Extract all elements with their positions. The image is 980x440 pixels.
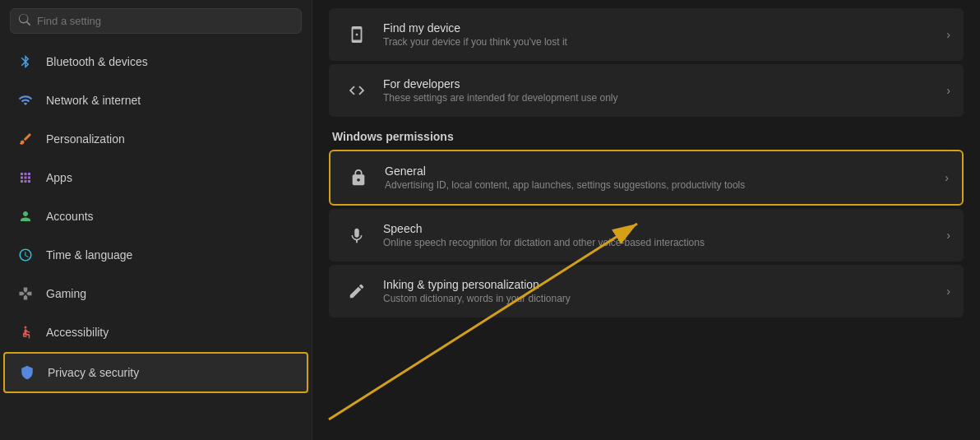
sidebar-item-bluetooth[interactable]: Bluetooth & devices xyxy=(3,43,308,81)
inking-icon xyxy=(342,276,372,306)
speech-desc: Online speech recognition for dictation … xyxy=(383,237,940,248)
sidebar-item-accounts[interactable]: Accounts xyxy=(3,197,308,235)
inking-item[interactable]: Inking & typing personalization Custom d… xyxy=(329,265,964,317)
general-desc: Advertising ID, local content, app launc… xyxy=(385,179,938,191)
speech-item[interactable]: Speech Online speech recognition for dic… xyxy=(329,209,964,262)
sidebar-item-network[interactable]: Network & internet xyxy=(3,81,308,119)
main-content-wrapper: Find my device Track your device if you … xyxy=(312,0,980,440)
person-icon xyxy=(16,207,35,225)
sidebar-item-label: Apps xyxy=(46,171,72,184)
apps-icon xyxy=(16,169,35,187)
find-device-item[interactable]: Find my device Track your device if you … xyxy=(329,8,964,61)
chevron-right-icon: › xyxy=(946,84,950,97)
search-box[interactable] xyxy=(10,8,302,34)
developers-item[interactable]: For developers These settings are intend… xyxy=(329,64,964,117)
network-icon xyxy=(16,91,35,109)
sidebar-item-label: Bluetooth & devices xyxy=(46,55,148,68)
sidebar-item-time[interactable]: Time & language xyxy=(3,236,308,274)
sidebar-item-label: Personalization xyxy=(46,132,125,146)
sidebar-item-gaming[interactable]: Gaming xyxy=(3,275,308,313)
chevron-right-icon: › xyxy=(946,229,950,242)
inking-title: Inking & typing personalization xyxy=(383,278,940,291)
search-icon xyxy=(19,14,30,28)
find-device-desc: Track your device if you think you've lo… xyxy=(383,36,940,48)
main-content: Find my device Track your device if you … xyxy=(312,0,980,329)
chevron-right-icon: › xyxy=(946,285,950,298)
chevron-right-icon: › xyxy=(945,171,949,184)
general-item[interactable]: General Advertising ID, local content, a… xyxy=(329,150,964,206)
sidebar-item-label: Privacy & security xyxy=(48,366,139,379)
sidebar-item-label: Network & internet xyxy=(46,94,141,107)
sidebar-item-label: Gaming xyxy=(46,287,86,300)
accessibility-icon xyxy=(16,323,35,341)
windows-permissions-title: Windows permissions xyxy=(332,130,964,143)
speech-icon xyxy=(342,220,372,250)
sidebar-item-apps[interactable]: Apps xyxy=(3,159,308,197)
speech-title: Speech xyxy=(383,222,940,235)
lock-icon xyxy=(344,163,373,192)
speech-text: Speech Online speech recognition for dic… xyxy=(383,222,940,248)
svg-point-0 xyxy=(25,327,27,329)
developers-desc: These settings are intended for developm… xyxy=(383,92,940,104)
shield-icon xyxy=(18,364,36,382)
inking-desc: Custom dictionary, words in your diction… xyxy=(383,293,940,304)
sidebar-item-accessibility[interactable]: Accessibility xyxy=(3,313,308,351)
sidebar-item-label: Accounts xyxy=(46,210,94,223)
device-icon xyxy=(342,20,372,49)
find-device-title: Find my device xyxy=(383,21,940,35)
general-title: General xyxy=(385,164,938,178)
sidebar-item-privacy[interactable]: Privacy & security xyxy=(3,352,308,393)
bluetooth-icon xyxy=(16,53,35,71)
sidebar-item-label: Time & language xyxy=(46,248,132,262)
find-device-text: Find my device Track your device if you … xyxy=(383,21,940,48)
developers-text: For developers These settings are intend… xyxy=(383,77,940,104)
nav-list: Bluetooth & devices Network & internet P… xyxy=(0,42,312,440)
sidebar-item-personalization[interactable]: Personalization xyxy=(3,120,308,158)
developers-title: For developers xyxy=(383,77,940,90)
general-text: General Advertising ID, local content, a… xyxy=(385,164,938,191)
sidebar: Bluetooth & devices Network & internet P… xyxy=(0,0,312,440)
dev-icon xyxy=(342,76,372,105)
clock-icon xyxy=(16,246,35,264)
search-input[interactable] xyxy=(37,15,293,27)
gaming-icon xyxy=(16,285,35,303)
chevron-right-icon: › xyxy=(946,28,950,41)
sidebar-item-label: Accessibility xyxy=(46,326,109,339)
paint-icon xyxy=(16,130,35,148)
inking-text: Inking & typing personalization Custom d… xyxy=(383,278,940,304)
